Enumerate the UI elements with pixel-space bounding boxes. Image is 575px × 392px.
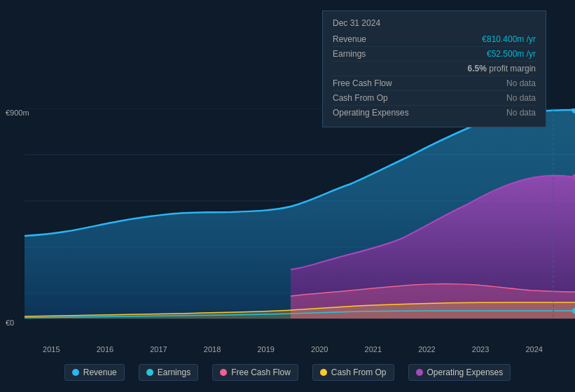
x-label-2023: 2023: [472, 345, 489, 354]
legend-revenue[interactable]: Revenue: [64, 364, 125, 381]
x-axis-labels: 2015 2016 2017 2018 2019 2020 2021 2022 …: [0, 345, 575, 354]
profit-margin-value: 6.5% profit margin: [468, 64, 536, 74]
x-label-2019: 2019: [257, 345, 274, 354]
legend-free-cash-flow[interactable]: Free Cash Flow: [212, 364, 298, 381]
legend-revenue-dot: [72, 369, 79, 376]
revenue-row: Revenue €810.400m /yr: [333, 32, 536, 47]
legend-earnings[interactable]: Earnings: [139, 364, 198, 381]
free-cash-flow-value: No data: [506, 78, 536, 88]
revenue-label: Revenue: [333, 34, 424, 44]
legend-cashop-label: Cash From Op: [331, 368, 387, 377]
legend-operating-expenses[interactable]: Operating Expenses: [408, 364, 511, 381]
legend-opex-label: Operating Expenses: [427, 368, 504, 377]
x-label-2024: 2024: [525, 345, 542, 354]
operating-expenses-row: Operating Expenses No data: [333, 106, 536, 120]
legend-cash-from-op[interactable]: Cash From Op: [312, 364, 394, 381]
earnings-row: Earnings €52.500m /yr: [333, 47, 536, 62]
x-label-2017: 2017: [150, 345, 167, 354]
x-label-2022: 2022: [418, 345, 435, 354]
operating-expenses-value: No data: [506, 108, 536, 118]
x-label-2021: 2021: [365, 345, 382, 354]
x-label-2016: 2016: [97, 345, 113, 354]
legend-earnings-label: Earnings: [158, 368, 190, 377]
cash-from-op-value: No data: [506, 93, 536, 103]
earnings-value: €52.500m /yr: [487, 49, 536, 59]
legend-fcf-dot: [220, 369, 227, 376]
chart-svg: [0, 108, 575, 340]
legend-opex-dot: [416, 369, 423, 376]
x-label-2015: 2015: [43, 345, 60, 354]
legend-revenue-label: Revenue: [83, 368, 117, 377]
x-label-2018: 2018: [204, 345, 221, 354]
x-label-2020: 2020: [311, 345, 328, 354]
cash-from-op-row: Cash From Op No data: [333, 91, 536, 106]
operating-expenses-label: Operating Expenses: [333, 108, 424, 118]
chart-legend: Revenue Earnings Free Cash Flow Cash Fro…: [0, 360, 575, 385]
legend-fcf-label: Free Cash Flow: [231, 368, 291, 377]
tooltip-box: Dec 31 2024 Revenue €810.400m /yr Earnin…: [322, 10, 546, 127]
revenue-value: €810.400m /yr: [482, 34, 536, 44]
legend-cashop-dot: [320, 369, 327, 376]
profit-margin-row: 6.5% profit margin: [333, 62, 536, 76]
free-cash-flow-row: Free Cash Flow No data: [333, 76, 536, 91]
tooltip-date: Dec 31 2024: [333, 18, 536, 28]
earnings-label: Earnings: [333, 49, 424, 59]
chart-container: Dec 31 2024 Revenue €810.400m /yr Earnin…: [0, 0, 575, 392]
legend-earnings-dot: [146, 369, 153, 376]
free-cash-flow-label: Free Cash Flow: [333, 78, 424, 88]
cash-from-op-label: Cash From Op: [333, 93, 424, 103]
